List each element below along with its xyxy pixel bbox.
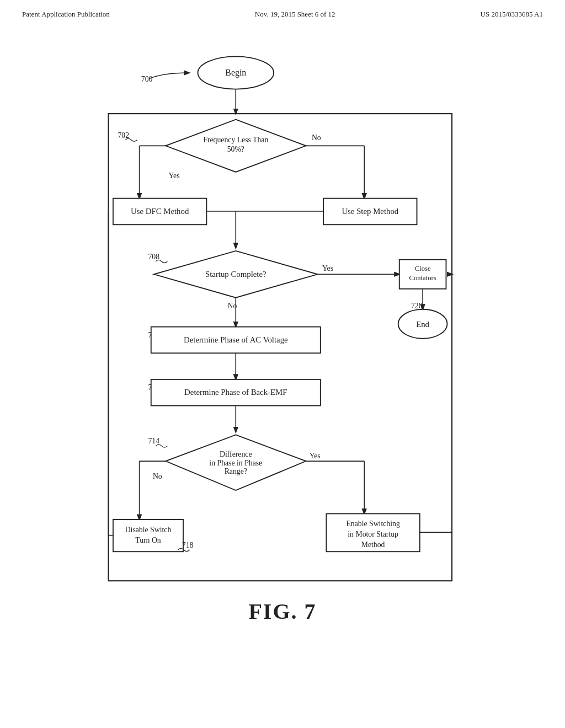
svg-text:Close: Close [415, 265, 431, 272]
svg-text:Yes: Yes [322, 264, 333, 272]
header-right: US 2015/0333685 A1 [481, 10, 543, 19]
page-header: Patent Application Publication Nov. 19, … [0, 0, 565, 23]
svg-text:Determine Phase of Back-EMF: Determine Phase of Back-EMF [184, 388, 287, 397]
svg-text:708: 708 [148, 253, 159, 261]
svg-text:Method: Method [361, 540, 385, 549]
svg-text:Determine Phase of AC Voltage: Determine Phase of AC Voltage [184, 335, 288, 344]
svg-text:in Phase in Phase: in Phase in Phase [209, 459, 262, 467]
svg-text:Difference: Difference [220, 450, 252, 458]
svg-text:No: No [153, 472, 162, 480]
svg-text:702: 702 [118, 131, 129, 140]
svg-text:Use Step Method: Use Step Method [342, 207, 398, 216]
svg-text:Begin: Begin [225, 68, 246, 78]
svg-text:Use DFC Method: Use DFC Method [131, 207, 189, 216]
svg-text:Yes: Yes [169, 172, 180, 180]
svg-text:700: 700 [141, 75, 153, 83]
svg-text:Contators: Contators [409, 274, 436, 282]
svg-text:718: 718 [182, 541, 194, 549]
svg-text:in Motor Startup: in Motor Startup [348, 530, 398, 538]
flowchart-svg: 700 Begin 702 Frequency Less Than 50%? Y… [0, 23, 565, 619]
svg-text:Disable Switch: Disable Switch [125, 526, 172, 534]
figure-caption: FIG. 7 [0, 598, 565, 624]
svg-text:714: 714 [148, 437, 159, 445]
header-middle: Nov. 19, 2015 Sheet 6 of 12 [255, 10, 335, 19]
svg-text:720: 720 [411, 302, 423, 310]
svg-text:No: No [312, 133, 321, 142]
diagram-area: 700 Begin 702 Frequency Less Than 50%? Y… [0, 23, 565, 657]
svg-text:Range?: Range? [225, 467, 247, 475]
svg-text:Turn On: Turn On [135, 536, 161, 544]
svg-rect-57 [113, 520, 183, 552]
svg-text:Startup Complete?: Startup Complete? [205, 270, 266, 279]
svg-text:Frequency Less Than: Frequency Less Than [203, 136, 268, 144]
svg-text:50%?: 50%? [227, 145, 244, 153]
svg-text:Yes: Yes [310, 452, 321, 460]
header-left: Patent Application Publication [22, 10, 110, 19]
svg-text:End: End [416, 320, 429, 329]
svg-text:Enable Switching: Enable Switching [346, 520, 400, 528]
